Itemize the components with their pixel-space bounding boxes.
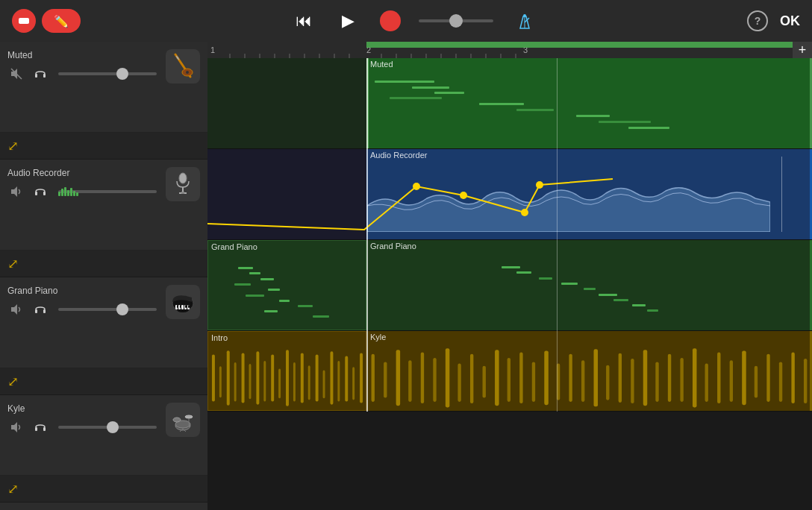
svg-rect-80	[316, 355, 319, 402]
segment-muted-dark[interactable]	[207, 58, 366, 148]
svg-point-3	[523, 14, 526, 17]
svg-rect-115	[717, 353, 720, 403]
automation-row-kyle[interactable]: ⤢	[0, 476, 207, 503]
svg-rect-83	[337, 361, 340, 402]
svg-rect-93	[446, 348, 450, 407]
svg-rect-120	[779, 362, 782, 401]
svg-rect-86	[360, 353, 363, 403]
track-volume-piano[interactable]	[58, 308, 157, 311]
automation-row-muted[interactable]: ⤢	[0, 133, 207, 160]
help-button[interactable]: ?	[747, 10, 768, 31]
svg-rect-96	[483, 366, 486, 398]
track-controls-piano	[7, 300, 160, 318]
segment-muted-green[interactable]: Muted	[366, 58, 812, 148]
headphone-button-muted[interactable]	[31, 65, 49, 83]
svg-point-39	[185, 415, 193, 418]
svg-rect-6	[35, 74, 37, 78]
svg-rect-105	[594, 349, 599, 406]
svg-rect-94	[457, 364, 460, 402]
svg-rect-92	[433, 358, 436, 402]
record-button[interactable]	[380, 10, 401, 31]
metronome-button[interactable]	[511, 7, 538, 34]
sidebar-track-muted: Muted	[0, 42, 207, 133]
automation-icon-muted: ⤢	[7, 138, 19, 154]
track-volume-muted[interactable]	[58, 72, 157, 75]
play-button[interactable]: ▶	[335, 7, 362, 34]
sidebar-track-piano: Grand Piano	[0, 277, 207, 368]
segment-label-intro: Intro	[208, 332, 366, 344]
svg-rect-67	[219, 366, 222, 397]
pencil-button[interactable]	[42, 9, 81, 33]
svg-rect-113	[693, 348, 697, 407]
looper-bar[interactable]	[366, 42, 799, 48]
svg-rect-109	[643, 350, 648, 406]
add-track-button[interactable]: +	[793, 42, 812, 58]
svg-rect-7	[43, 74, 46, 78]
volume-knob[interactable]	[449, 14, 463, 28]
track-name-audio: Audio Recorder	[7, 168, 160, 178]
svg-rect-110	[655, 362, 658, 401]
timeline-ruler: 1 2 3	[207, 42, 812, 58]
svg-rect-116	[730, 360, 733, 402]
svg-rect-103	[569, 354, 572, 402]
top-bar-right: ? OK	[747, 10, 800, 31]
headphone-button-piano[interactable]	[31, 300, 49, 318]
svg-rect-31	[185, 305, 187, 308]
drum-waveform-kyle	[367, 346, 812, 410]
svg-rect-75	[278, 368, 281, 398]
svg-rect-106	[606, 365, 609, 400]
segment-kyle-intro[interactable]: Intro	[207, 331, 366, 411]
tl-row-muted[interactable]: Muted	[207, 58, 812, 149]
svg-rect-111	[668, 354, 671, 402]
svg-rect-70	[242, 353, 245, 403]
track-volume-kyle[interactable]	[58, 426, 157, 429]
section-marker	[557, 58, 558, 412]
ok-button[interactable]: OK	[780, 13, 800, 29]
mute-button-kyle[interactable]	[7, 418, 25, 436]
svg-rect-87	[372, 354, 375, 402]
main-content: Muted	[0, 42, 812, 510]
tl-row-piano[interactable]: Grand Piano Grand Piano	[207, 240, 812, 331]
svg-point-10	[186, 71, 189, 74]
sidebar-track-kyle: Kyle	[0, 395, 207, 476]
segment-audio-dark[interactable]	[207, 149, 366, 239]
svg-rect-107	[619, 353, 622, 403]
svg-rect-77	[293, 362, 296, 402]
segment-kyle-main[interactable]: Kyle	[366, 331, 812, 411]
svg-rect-88	[384, 362, 387, 397]
automation-row-piano[interactable]: ⤢	[0, 368, 207, 395]
svg-rect-104	[581, 360, 584, 402]
svg-rect-100	[532, 362, 535, 401]
headphone-button-audio[interactable]	[31, 183, 49, 201]
headphone-button-kyle[interactable]	[31, 418, 49, 436]
svg-rect-84	[345, 356, 348, 402]
segment-audio-blue[interactable]: Audio Recorder	[366, 149, 812, 239]
playhead	[366, 58, 368, 412]
svg-point-16	[179, 173, 187, 183]
svg-rect-21	[35, 309, 37, 313]
track-volume-audio[interactable]	[58, 190, 157, 193]
tl-row-audio[interactable]: Audio Recorder	[207, 149, 812, 240]
svg-rect-118	[755, 366, 758, 398]
segment-label-kyle: Kyle	[367, 331, 812, 343]
top-bar: ⏮ ▶ ? OK	[0, 0, 812, 42]
volume-slider[interactable]	[419, 19, 493, 22]
tl-row-kyle[interactable]: Intro	[207, 331, 812, 412]
mute-button-muted[interactable]	[7, 65, 25, 83]
segment-piano-left[interactable]: Grand Piano	[207, 240, 366, 330]
mute-button-audio[interactable]	[7, 183, 25, 201]
segment-label-piano-left: Grand Piano	[208, 241, 366, 253]
drum-waveform-intro	[208, 347, 366, 409]
rewind-button[interactable]: ⏮	[290, 7, 317, 34]
track-area[interactable]: 1 2 3	[207, 42, 812, 510]
svg-rect-26	[181, 305, 184, 309]
record-badge[interactable]	[12, 9, 36, 33]
svg-rect-15	[43, 192, 46, 195]
mute-button-piano[interactable]	[7, 300, 25, 318]
svg-rect-114	[705, 364, 708, 402]
track-controls-muted	[7, 65, 160, 83]
automation-row-audio[interactable]: ⤢	[0, 251, 207, 277]
svg-rect-22	[43, 309, 46, 313]
volume-control	[419, 19, 493, 22]
segment-piano-right[interactable]: Grand Piano	[366, 240, 812, 330]
